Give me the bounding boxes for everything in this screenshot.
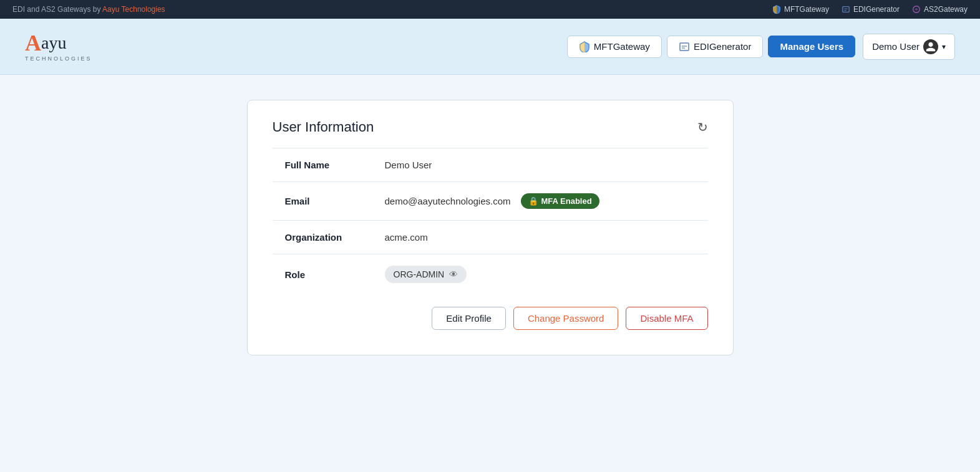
role-value-cell: ORG-ADMIN 👁 <box>372 254 708 295</box>
edi-nav-icon <box>679 41 690 52</box>
edit-profile-button[interactable]: Edit Profile <box>432 307 506 330</box>
mft-nav-icon <box>579 41 590 52</box>
logo-text: Aayu <box>25 32 66 54</box>
user-info-card: User Information ↻ Full Name Demo User E… <box>247 100 734 355</box>
avatar <box>923 39 938 54</box>
email-row: Email demo@aayutechnologies.com 🔒 MFA En… <box>273 182 708 221</box>
topbar-brand: Aayu Technologies <box>102 5 165 14</box>
email-value: demo@aayutechnologies.com <box>385 196 511 206</box>
disable-mfa-label: Disable MFA <box>640 313 693 324</box>
edit-profile-label: Edit Profile <box>446 313 492 324</box>
refresh-button[interactable]: ↻ <box>697 120 708 135</box>
topbar-as2gateway[interactable]: AS2Gateway <box>912 5 968 14</box>
chevron-down-icon: ▾ <box>942 42 946 51</box>
change-password-label: Change Password <box>528 313 604 324</box>
nav-manage-users-label: Manage Users <box>780 41 843 52</box>
user-menu[interactable]: Demo User ▾ <box>863 34 955 60</box>
as2-icon <box>912 5 921 14</box>
organization-row: Organization acme.com <box>273 221 708 254</box>
full-name-row: Full Name Demo User <box>273 148 708 182</box>
logo-subtitle: TECHNOLOGIES <box>25 55 92 62</box>
actions-row: Edit Profile Change Password Disable MFA <box>273 307 708 330</box>
email-label: Email <box>273 182 372 221</box>
logo-wordmark: ayu <box>41 34 66 52</box>
change-password-button[interactable]: Change Password <box>513 307 619 330</box>
topbar-mft-label: MFTGateway <box>784 5 829 14</box>
card-title: User Information <box>273 119 374 135</box>
topbar-mftgateway[interactable]: MFTGateway <box>772 5 829 14</box>
role-badge: ORG-ADMIN 👁 <box>385 266 467 283</box>
email-value-cell: demo@aayutechnologies.com 🔒 MFA Enabled <box>372 182 708 221</box>
nav-edigenerator-button[interactable]: EDIGenerator <box>667 36 764 58</box>
topbar-edigenerator[interactable]: EDIGenerator <box>842 5 900 14</box>
svg-rect-4 <box>680 43 689 51</box>
svg-rect-0 <box>843 7 850 12</box>
mfa-badge-label: MFA Enabled <box>541 196 592 206</box>
logo: Aayu TECHNOLOGIES <box>25 32 92 62</box>
logo-letter-a: A <box>25 32 41 54</box>
topbar-left: EDI and AS2 Gateways by Aayu Technologie… <box>12 5 165 14</box>
user-info-table: Full Name Demo User Email demo@aayutechn… <box>273 148 708 294</box>
nav-buttons: MFTGateway EDIGenerator Manage Users Dem… <box>567 34 955 60</box>
mfa-badge: 🔒 MFA Enabled <box>521 193 599 209</box>
topbar-as2-label: AS2Gateway <box>924 5 968 14</box>
topbar-edi-label: EDIGenerator <box>853 5 900 14</box>
org-label: Organization <box>273 221 372 254</box>
disable-mfa-button[interactable]: Disable MFA <box>626 307 707 330</box>
org-value: acme.com <box>372 221 708 254</box>
nav-manage-users-button[interactable]: Manage Users <box>768 36 855 57</box>
card-header: User Information ↻ <box>273 119 708 135</box>
role-value: ORG-ADMIN <box>394 269 445 279</box>
topbar-right: MFTGateway EDIGenerator AS2Gateway <box>772 5 968 14</box>
role-row: Role ORG-ADMIN 👁 <box>273 254 708 295</box>
lock-icon: 🔒 <box>528 196 538 206</box>
email-value-row: demo@aayutechnologies.com 🔒 MFA Enabled <box>385 193 696 209</box>
nav-edi-label: EDIGenerator <box>694 41 752 52</box>
full-name-label: Full Name <box>273 148 372 182</box>
header: Aayu TECHNOLOGIES MFTGateway EDIGenerato… <box>0 19 980 75</box>
main-content: User Information ↻ Full Name Demo User E… <box>0 75 980 380</box>
nav-mftgateway-button[interactable]: MFTGateway <box>567 36 662 58</box>
role-label: Role <box>273 254 372 295</box>
edi-icon <box>842 5 850 14</box>
mft-icon <box>772 5 781 14</box>
topbar: EDI and AS2 Gateways by Aayu Technologie… <box>0 0 980 19</box>
nav-mft-label: MFTGateway <box>594 41 650 52</box>
full-name-value: Demo User <box>372 148 708 182</box>
eye-icon: 👁 <box>449 269 458 279</box>
topbar-tagline: EDI and AS2 Gateways by <box>12 5 102 14</box>
user-name: Demo User <box>872 41 919 52</box>
